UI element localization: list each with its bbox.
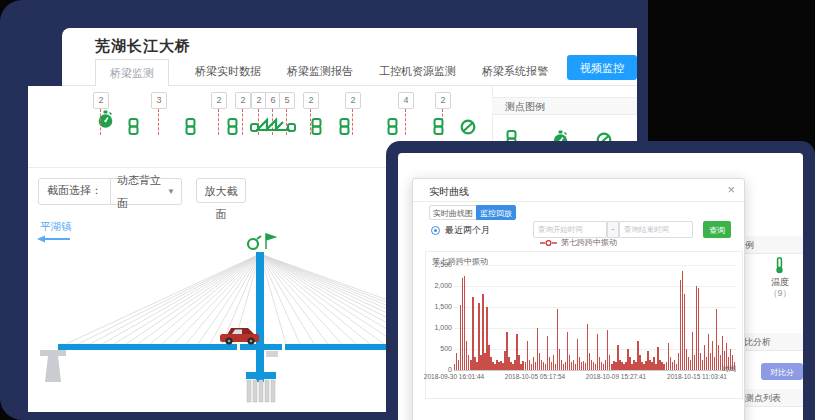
chart-y-tick-label: 2,000: [428, 282, 452, 289]
chart-x-tick-label: 2018-10-09 15:27:41: [576, 373, 656, 380]
tower-foundation: [246, 372, 276, 402]
tab-item[interactable]: 桥梁监测报告: [287, 64, 353, 79]
chart-gridline: [454, 286, 736, 287]
chart-gridline: [454, 349, 736, 350]
chart-gridline: [454, 328, 736, 329]
chart-y-tick-label: 0: [428, 366, 452, 373]
chart-x-tick-label: 2018-09-30 16:01:44: [414, 373, 494, 380]
sensor-dash-line: [352, 109, 353, 135]
video-monitor-button[interactable]: 视频监控: [567, 55, 637, 80]
left-pier: [40, 350, 66, 382]
section-select-group: 截面选择： 动态背立面 ▼: [38, 178, 182, 205]
sensor-count-box: 2: [435, 92, 451, 109]
compare-analysis-button[interactable]: 对比分析: [761, 363, 803, 380]
query-start-time-input[interactable]: [533, 221, 607, 238]
chart-x-tick-label: 2018-10-15 11:03:41: [657, 373, 737, 380]
tab-active[interactable]: 桥梁监测: [95, 59, 169, 87]
cable-line: [198, 254, 260, 344]
truss-bearing-icon: [250, 116, 296, 137]
legend-marker-icon: [540, 239, 557, 247]
tab-item[interactable]: 桥梁系统报警: [482, 64, 548, 79]
tab-item[interactable]: 桥梁实时数据: [195, 64, 261, 79]
sensor-dash-line: [100, 109, 101, 135]
tab-realtime-curve[interactable]: 实时曲线图: [429, 205, 477, 220]
query-end-time-input[interactable]: [619, 221, 693, 238]
chart-y-tick-label: 500: [428, 345, 452, 352]
chain-link-icon: [185, 118, 196, 139]
recent-two-months-radio[interactable]: [431, 226, 440, 235]
chart-x-axis-name: 时间: [722, 364, 736, 374]
enlarge-section-button[interactable]: 放大截面: [196, 178, 246, 203]
section-select-label: 截面选择：: [39, 179, 111, 204]
sensor-count-box: 4: [398, 92, 414, 109]
realtime-curve-modal: 实时曲线 × 实时曲线图 监控回放 最近两个月 - 查询 第七跨跨中振动 第七跨…: [412, 178, 745, 420]
sensor-count-box: 3: [151, 92, 167, 109]
bridge-tower: [256, 252, 264, 382]
sensor-count-box: 2: [93, 92, 109, 109]
query-button[interactable]: 查询: [703, 221, 731, 238]
modal-title: 实时曲线: [429, 185, 469, 199]
legend-panel-header: 测点图例: [492, 97, 637, 115]
chain-link-icon: [339, 118, 350, 139]
chain-link-icon: [128, 118, 139, 139]
chain-link-icon: [311, 118, 322, 139]
main-window-header-panel: 芜湖长江大桥 桥梁监测桥梁实时数据桥梁监测报告工控机资源监测桥梁系统报警 视频监…: [62, 28, 637, 86]
no-entry-icon: [460, 119, 476, 139]
cable-line: [260, 254, 370, 344]
thermometer-icon: [774, 257, 785, 274]
sensor-count-box: 5: [279, 92, 295, 109]
sensor-dash-line: [218, 109, 219, 135]
chain-link-icon: [433, 118, 444, 139]
tower-deck-block: [266, 351, 278, 357]
tab-monitor-playback[interactable]: 监控回放: [476, 205, 516, 220]
chart-container: 第七跨跨中振动 2,5002,0001,5001,00050002018-09-…: [425, 251, 743, 399]
sensor-dash-line: [405, 109, 406, 135]
chart-y-tick-label: 2,500: [428, 261, 452, 268]
tower-top-sensor-icons: [248, 234, 275, 249]
screenshot-canvas: 芜湖长江大桥 桥梁监测桥梁实时数据桥梁监测报告工控机资源监测桥梁系统报警 视频监…: [0, 0, 815, 420]
sidebar-temp-count: （9）: [763, 287, 797, 300]
chart-y-tick-label: 1,000: [428, 324, 452, 331]
sensor-count-box: 2: [345, 92, 361, 109]
sensor-count-box: 2: [303, 92, 319, 109]
deck-joint: [282, 343, 285, 351]
page-title: 芜湖长江大桥: [95, 37, 191, 56]
section-select-dropdown[interactable]: 动态背立面 ▼: [111, 179, 181, 204]
legend-label: 第七跨跨中振动: [561, 237, 617, 248]
chart-x-axis: [454, 370, 736, 371]
sensor-dash-line: [242, 109, 243, 135]
chart-legend[interactable]: 第七跨跨中振动: [413, 237, 744, 248]
close-icon[interactable]: ×: [727, 182, 735, 197]
chart-y-tick-label: 1,500: [428, 303, 452, 310]
sensor-dash-line: [158, 109, 159, 135]
recent-two-months-label: 最近两个月: [445, 224, 490, 237]
chevron-down-icon: ▼: [167, 180, 175, 203]
time-range-separator: -: [607, 221, 619, 238]
cable-line: [260, 254, 356, 344]
sensor-count-box: 2: [235, 92, 251, 109]
chain-link-icon: [387, 118, 398, 139]
chain-link-icon: [227, 118, 238, 139]
chart-x-tick-label: 2018-10-05 05:17:54: [495, 373, 575, 380]
car-on-bridge: [220, 328, 259, 345]
chart-gridline: [454, 307, 736, 308]
chart-gridline: [454, 265, 736, 266]
modal-header: 实时曲线 ×: [413, 179, 744, 202]
tab-bar: 桥梁监测桥梁实时数据桥梁监测报告工控机资源监测桥梁系统报警: [95, 58, 548, 85]
tab-item[interactable]: 工控机资源监测: [379, 64, 456, 79]
sensor-count-box: 2: [211, 92, 227, 109]
cable-line: [260, 254, 384, 344]
deck-joint: [237, 343, 240, 351]
